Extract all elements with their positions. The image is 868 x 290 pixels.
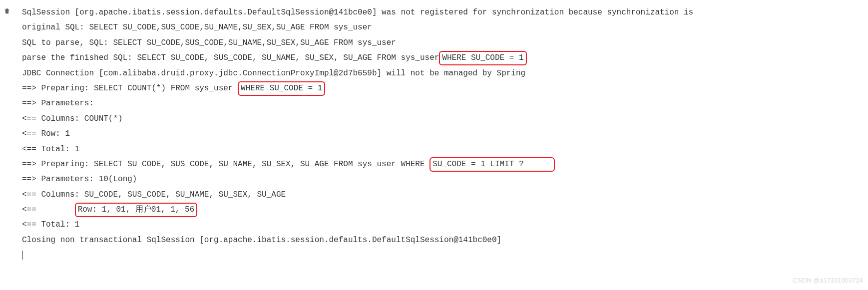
log-line: ==> Parameters: 10(Long): [22, 172, 868, 187]
log-text: ==> Preparing: SELECT SU_CODE, SUS_CODE,…: [22, 160, 430, 169]
text-cursor: [22, 251, 22, 260]
log-text: Closing non transactional SqlSession [or…: [22, 236, 501, 245]
log-text: SqlSession [org.apache.ibatis.session.de…: [22, 8, 693, 17]
log-line: ==> Preparing: SELECT COUNT(*) FROM sys_…: [22, 81, 868, 96]
log-line: <== Total: 1: [22, 142, 868, 157]
log-text: <== Columns: SU_CODE, SUS_CODE, SU_NAME,…: [22, 190, 286, 199]
log-line: ==> Preparing: SELECT SU_CODE, SUS_CODE,…: [22, 157, 868, 172]
log-line: <== Total: 1: [22, 217, 868, 232]
log-line-cursor: [22, 248, 868, 263]
log-line: original SQL: SELECT SU_CODE,SUS_CODE,SU…: [22, 20, 868, 35]
log-text: <== Total: 1: [22, 145, 79, 154]
log-line: parse the finished SQL: SELECT SU_CODE, …: [22, 50, 868, 65]
log-text: parse the finished SQL: SELECT SU_CODE, …: [22, 53, 439, 62]
log-line: Closing non transactional SqlSession [or…: [22, 233, 868, 248]
log-line: SQL to parse, SQL: SELECT SU_CODE,SUS_CO…: [22, 35, 868, 50]
log-line: <== Columns: COUNT(*): [22, 111, 868, 126]
log-text: <==: [22, 205, 75, 214]
log-line: JDBC Connection [com.alibaba.druid.proxy…: [22, 66, 868, 81]
highlight-where-clause: WHERE SU_CODE = 1: [439, 51, 526, 65]
highlight-where-clause: WHERE SU_CODE = 1: [238, 81, 325, 96]
log-text: ==> Preparing: SELECT COUNT(*) FROM sys_…: [22, 84, 238, 93]
log-line: <== Row: 1, 01, 用户01, 1, 56: [22, 202, 868, 217]
log-line: SqlSession [org.apache.ibatis.session.de…: [22, 5, 868, 20]
log-text: ==> Parameters: 10(Long): [22, 175, 137, 184]
log-text: <== Row: 1: [22, 129, 70, 138]
log-text: ==> Parameters:: [22, 99, 94, 108]
log-text: <== Total: 1: [22, 220, 79, 229]
log-line: ==> Parameters:: [22, 96, 868, 111]
trash-icon[interactable]: [3, 5, 10, 20]
log-line: <== Columns: SU_CODE, SUS_CODE, SU_NAME,…: [22, 187, 868, 202]
highlight-result-row: Row: 1, 01, 用户01, 1, 56: [75, 203, 198, 217]
log-text: SQL to parse, SQL: SELECT SU_CODE,SUS_CO…: [22, 38, 396, 47]
log-text: <== Columns: COUNT(*): [22, 114, 123, 123]
gutter: [2, 5, 12, 20]
highlight-limit-clause: SU_CODE = 1 LIMIT ?: [430, 157, 554, 172]
log-line: <== Row: 1: [22, 126, 868, 141]
log-text: original SQL: SELECT SU_CODE,SUS_CODE,SU…: [22, 23, 372, 32]
log-text: JDBC Connection [com.alibaba.druid.proxy…: [22, 69, 525, 78]
log-output: SqlSession [org.apache.ibatis.session.de…: [22, 5, 868, 263]
